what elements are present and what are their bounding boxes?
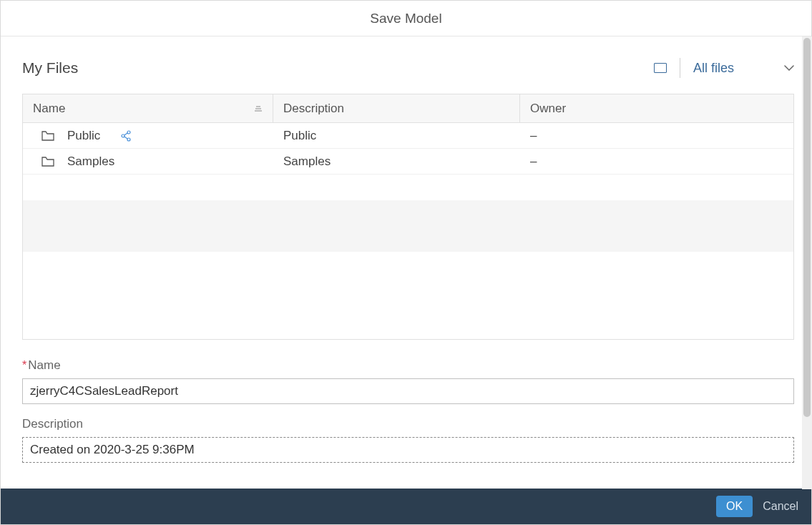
share-icon [120, 130, 132, 142]
scrollbar-thumb[interactable] [803, 38, 811, 417]
form-area: *Name Description [22, 358, 794, 463]
row-description: Public [283, 129, 316, 143]
filter-group: All files [654, 58, 794, 78]
column-header-description-label: Description [283, 102, 344, 116]
ok-button[interactable]: OK [716, 496, 753, 517]
breadcrumb[interactable]: My Files [22, 59, 78, 77]
row-owner: – [530, 154, 537, 169]
table-row[interactable]: Samples Samples – [23, 149, 793, 175]
svg-point-5 [127, 138, 130, 141]
dialog-footer: OK Cancel [1, 489, 811, 524]
dialog-body: My Files All files Name [1, 36, 811, 489]
description-input[interactable] [22, 437, 794, 463]
column-header-name[interactable]: Name [23, 94, 273, 122]
row-description: Samples [283, 154, 331, 169]
row-name: Samples [67, 154, 114, 169]
cancel-button[interactable]: Cancel [763, 500, 798, 513]
file-filter-label: All files [693, 61, 734, 76]
name-input[interactable] [22, 378, 794, 404]
table-row[interactable]: Public Public – [23, 123, 793, 149]
chevron-down-icon [784, 63, 794, 73]
column-header-owner[interactable]: Owner [520, 94, 793, 122]
column-header-owner-label: Owner [530, 102, 566, 116]
scrollbar-track[interactable] [802, 36, 812, 489]
row-name: Public [67, 129, 100, 143]
dialog-title: Save Model [1, 1, 811, 36]
description-field-label: Description [22, 417, 794, 431]
folder-icon [41, 157, 54, 167]
row-owner: – [530, 129, 537, 143]
save-model-dialog: Save Model My Files All files Name [0, 0, 812, 525]
svg-line-7 [124, 137, 127, 139]
svg-line-6 [124, 133, 127, 135]
folder-icon [41, 131, 54, 141]
browser-header-row: My Files All files [22, 58, 794, 78]
new-folder-icon[interactable] [654, 63, 667, 73]
svg-point-4 [122, 134, 124, 137]
required-star-icon: * [22, 359, 26, 371]
vertical-divider [680, 58, 680, 78]
column-header-name-label: Name [33, 102, 65, 116]
column-header-description[interactable]: Description [273, 94, 520, 122]
table-header-row: Name Description Owner [23, 94, 793, 123]
svg-point-3 [127, 131, 130, 134]
empty-area [23, 175, 793, 339]
file-table: Name Description Owner [22, 94, 794, 340]
file-filter-dropdown[interactable]: All files [693, 61, 794, 76]
sort-ascending-icon [254, 105, 263, 112]
name-field-label: *Name [22, 358, 794, 373]
